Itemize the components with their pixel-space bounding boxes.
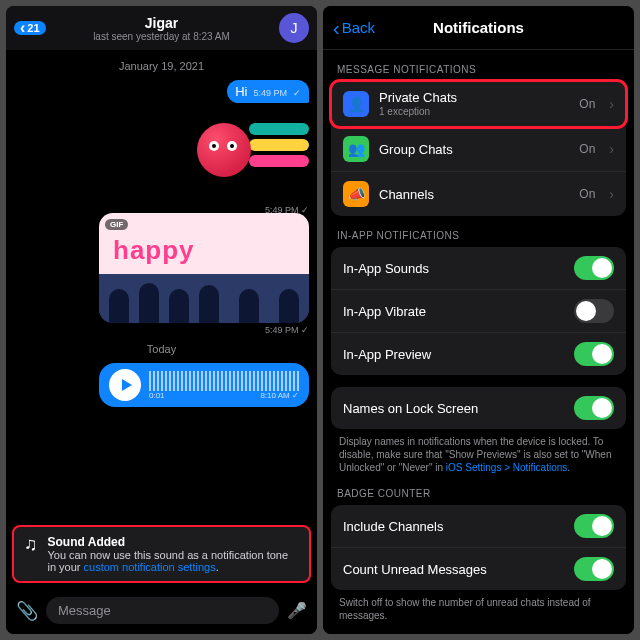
read-tick-icon: ✓ bbox=[292, 391, 299, 400]
chat-header: 21 Jigar last seen yesterday at 8:23 AM … bbox=[6, 6, 317, 50]
notification-settings-link[interactable]: custom notification settings bbox=[84, 561, 216, 573]
message-out[interactable]: Hi 5:49 PM ✓ bbox=[227, 80, 309, 103]
chevron-right-icon: › bbox=[609, 186, 614, 202]
read-tick-icon: ✓ bbox=[301, 325, 309, 335]
group-icon: 👥 bbox=[343, 136, 369, 162]
person-icon: 👤 bbox=[343, 91, 369, 117]
chat-screen: 21 Jigar last seen yesterday at 8:23 AM … bbox=[6, 6, 317, 634]
section-footer: Switch off to show the number of unread … bbox=[323, 590, 634, 622]
row-private-chats[interactable]: 👤 Private Chats1 exception On › bbox=[331, 81, 626, 127]
chat-subtitle: last seen yesterday at 8:23 AM bbox=[93, 31, 230, 42]
cherry-sticker-icon bbox=[197, 123, 251, 177]
row-value: On bbox=[579, 97, 595, 111]
gif-message[interactable]: GIF happy 5:49 PM ✓ bbox=[99, 213, 309, 335]
row-names-lockscreen[interactable]: Names on Lock Screen bbox=[331, 387, 626, 429]
row-include-channels[interactable]: Include Channels bbox=[331, 505, 626, 548]
page-title: Notifications bbox=[433, 19, 524, 36]
row-value: On bbox=[579, 187, 595, 201]
message-time: 5:49 PM bbox=[253, 88, 287, 98]
ios-settings-link[interactable]: iOS Settings > Notifications bbox=[446, 462, 567, 473]
row-count-unread[interactable]: Count Unread Messages bbox=[331, 548, 626, 590]
gif-caption: happy bbox=[113, 235, 195, 266]
microphone-icon[interactable]: 🎤 bbox=[287, 601, 307, 620]
row-subtitle: 1 exception bbox=[379, 106, 569, 117]
back-button[interactable]: ‹Back bbox=[333, 19, 375, 36]
row-inapp-preview[interactable]: In-App Preview bbox=[331, 333, 626, 375]
settings-header: ‹Back Notifications bbox=[323, 6, 634, 50]
banner-title: Sound Added bbox=[48, 535, 300, 549]
music-note-icon: ♫ bbox=[24, 535, 38, 553]
notifications-settings-screen: ‹Back Notifications MESSAGE NOTIFICATION… bbox=[323, 6, 634, 634]
section-label: MESSAGE NOTIFICATIONS bbox=[323, 50, 634, 81]
toggle[interactable] bbox=[574, 342, 614, 366]
voice-position: 0:01 bbox=[149, 391, 165, 400]
gif-time: 5:49 PM bbox=[265, 325, 299, 335]
section-footer: Display names in notifications when the … bbox=[323, 429, 634, 474]
date-chip: Today bbox=[147, 343, 176, 355]
section-label: IN-APP NOTIFICATIONS bbox=[323, 216, 634, 247]
message-text: Hi bbox=[235, 84, 247, 99]
megaphone-icon: 📣 bbox=[343, 181, 369, 207]
chat-body: January 19, 2021 Hi 5:49 PM ✓ 5:49 PM ✓ … bbox=[6, 50, 317, 517]
chevron-left-icon: ‹ bbox=[333, 21, 340, 35]
play-button[interactable] bbox=[109, 369, 141, 401]
read-tick-icon: ✓ bbox=[301, 205, 309, 215]
gif-badge: GIF bbox=[105, 219, 128, 230]
sticker-message[interactable]: 5:49 PM ✓ bbox=[189, 113, 309, 203]
toggle[interactable] bbox=[574, 299, 614, 323]
read-tick-icon: ✓ bbox=[293, 88, 301, 98]
section-label: BADGE COUNTER bbox=[323, 474, 634, 505]
waveform-icon bbox=[149, 371, 299, 391]
message-input[interactable]: Message bbox=[46, 597, 279, 624]
toggle[interactable] bbox=[574, 396, 614, 420]
toggle[interactable] bbox=[574, 256, 614, 280]
row-group-chats[interactable]: 👥 Group Chats On › bbox=[331, 127, 626, 172]
row-inapp-vibrate[interactable]: In-App Vibrate bbox=[331, 290, 626, 333]
voice-message[interactable]: 0:01 8:10 AM ✓ bbox=[99, 363, 309, 407]
row-value: On bbox=[579, 142, 595, 156]
attach-icon[interactable]: 📎 bbox=[16, 600, 38, 622]
chevron-right-icon: › bbox=[609, 96, 614, 112]
voice-time: 8:10 AM bbox=[260, 391, 289, 400]
input-bar: 📎 Message 🎤 bbox=[6, 591, 317, 634]
row-channels[interactable]: 📣 Channels On › bbox=[331, 172, 626, 216]
row-inapp-sounds[interactable]: In-App Sounds bbox=[331, 247, 626, 290]
avatar[interactable]: J bbox=[279, 13, 309, 43]
toggle[interactable] bbox=[574, 514, 614, 538]
sound-added-banner[interactable]: ♫ Sound Added You can now use this sound… bbox=[12, 525, 311, 583]
play-icon bbox=[122, 379, 132, 391]
date-chip: January 19, 2021 bbox=[119, 60, 204, 72]
chat-title[interactable]: Jigar bbox=[93, 15, 230, 31]
toggle[interactable] bbox=[574, 557, 614, 581]
banner-body: You can now use this sound as a notifica… bbox=[48, 549, 300, 573]
unread-count: 21 bbox=[27, 22, 39, 34]
chevron-right-icon: › bbox=[609, 141, 614, 157]
back-unread-button[interactable]: 21 bbox=[14, 21, 46, 35]
